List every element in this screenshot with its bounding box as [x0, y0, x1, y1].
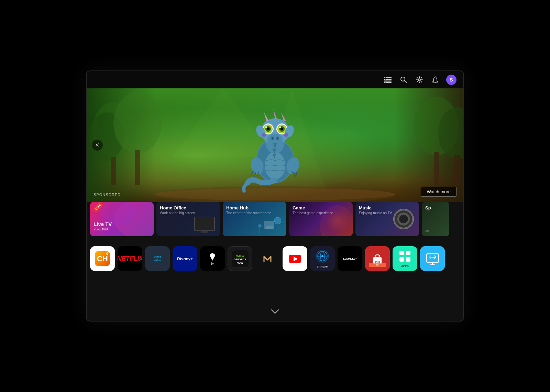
svg-rect-12	[111, 157, 116, 185]
music-subtitle: Enjoying music on TV	[359, 211, 392, 215]
svg-rect-14	[135, 150, 140, 185]
category-home-office[interactable]: Home Office Work on the big screen	[156, 202, 220, 236]
music-title: Music	[359, 205, 392, 210]
category-row: LIVE Live TV 25-1 tvN Home Office Work o…	[87, 202, 463, 240]
top-bar: S	[87, 71, 463, 88]
svg-point-8	[418, 79, 420, 81]
guide-icon[interactable]	[383, 75, 393, 85]
svg-rect-4	[385, 79, 386, 80]
sponsored-label: SPONSORED	[94, 193, 121, 197]
svg-rect-18	[454, 155, 460, 185]
app-apps[interactable]: APPS	[393, 246, 417, 271]
sansar-label: SANSAR	[316, 265, 329, 268]
app-netflix[interactable]: NETFLIX	[118, 246, 142, 271]
user-avatar[interactable]: S	[446, 75, 456, 85]
svg-rect-88	[406, 251, 410, 255]
svg-marker-45	[281, 112, 286, 121]
svg-text:tv: tv	[376, 264, 378, 266]
hero-prev-button[interactable]: <	[92, 140, 103, 151]
category-home-hub[interactable]: Home Hub The center of the smart home	[223, 202, 286, 236]
svg-text:NVIDIA: NVIDIA	[236, 255, 244, 257]
search-icon[interactable]	[399, 75, 408, 85]
app-masterclass[interactable]	[255, 246, 280, 271]
tv-screen: S	[86, 70, 464, 322]
lesmills-label: LESMILLS+	[343, 257, 357, 260]
svg-point-34	[280, 128, 283, 130]
home-office-subtitle: Work on the big screen	[160, 211, 195, 215]
svg-point-54	[262, 133, 266, 137]
app-channel-h[interactable]: CH	[90, 246, 115, 271]
home-office-title: Home Office	[160, 205, 195, 210]
svg-rect-91	[427, 254, 439, 262]
netflix-logo: NETFLIX	[118, 255, 142, 263]
category-game[interactable]: Game The best game experience	[289, 202, 353, 236]
svg-rect-2	[384, 81, 392, 83]
hero-banner: < SPONSORED Watch more	[87, 88, 463, 202]
svg-text:CH: CH	[97, 254, 108, 263]
svg-point-60	[274, 217, 281, 224]
game-title: Game	[293, 205, 333, 210]
app-disney-plus[interactable]: Disney+	[173, 246, 197, 271]
app-sansar[interactable]: SANSAR	[310, 246, 335, 271]
svg-rect-89	[399, 257, 404, 262]
svg-point-42	[277, 138, 278, 139]
svg-rect-0	[384, 77, 392, 78]
app-geforce-now[interactable]: NVIDIA GEFORCE NOW	[228, 246, 252, 271]
app-lesmills[interactable]: LESMILLS+	[338, 246, 362, 271]
game-subtitle: The best game experience	[293, 211, 333, 215]
category-sp[interactable]: Sp All...	[422, 202, 449, 236]
svg-rect-73	[259, 250, 276, 267]
svg-marker-46	[264, 112, 269, 121]
svg-rect-59	[266, 226, 273, 229]
prime-video-label: primevideo	[154, 255, 161, 262]
svg-point-33	[267, 128, 270, 130]
home-hub-title: Home Hub	[226, 205, 271, 210]
app-shoptv[interactable]: shop tv	[365, 246, 390, 271]
svg-text:GEFORCE: GEFORCE	[233, 258, 246, 261]
svg-point-62	[258, 224, 262, 228]
svg-rect-87	[399, 251, 404, 255]
apps-label: APPS	[398, 264, 411, 268]
settings-icon[interactable]	[415, 75, 424, 85]
svg-point-9	[435, 82, 436, 83]
svg-point-13	[113, 92, 162, 154]
sp-title: Sp	[425, 205, 431, 210]
live-tv-title: Live TV 25-1 tvN	[94, 221, 112, 231]
sp-subtitle: All...	[425, 229, 431, 233]
svg-marker-44	[273, 109, 277, 119]
app-youtube[interactable]	[283, 246, 307, 271]
svg-point-41	[272, 138, 273, 139]
scroll-down-indicator[interactable]	[270, 308, 280, 317]
svg-rect-16	[434, 152, 439, 185]
svg-rect-1	[384, 79, 392, 80]
app-apple-tv[interactable]: tv	[200, 246, 225, 271]
category-live-tv[interactable]: LIVE Live TV 25-1 tvN	[90, 202, 154, 236]
disney-plus-label: Disney+	[177, 257, 193, 261]
notifications-icon[interactable]	[430, 75, 440, 85]
svg-rect-3	[385, 77, 386, 78]
svg-point-68	[106, 253, 107, 254]
svg-point-81	[321, 255, 323, 257]
svg-rect-5	[385, 82, 386, 83]
home-hub-subtitle: The center of the smart home	[226, 211, 271, 215]
app-screen-share[interactable]	[420, 246, 445, 271]
category-music[interactable]: Music Enjoying music on TV	[355, 202, 419, 236]
svg-line-7	[405, 81, 407, 83]
apps-row: CH NETFLIX primevideo Disney+	[87, 243, 463, 274]
svg-point-6	[401, 77, 405, 81]
svg-rect-90	[406, 257, 410, 262]
svg-text:NOW: NOW	[236, 261, 243, 264]
svg-point-55	[284, 133, 288, 137]
watch-more-button[interactable]: Watch more	[421, 187, 456, 197]
app-prime-video[interactable]: primevideo	[145, 246, 170, 271]
